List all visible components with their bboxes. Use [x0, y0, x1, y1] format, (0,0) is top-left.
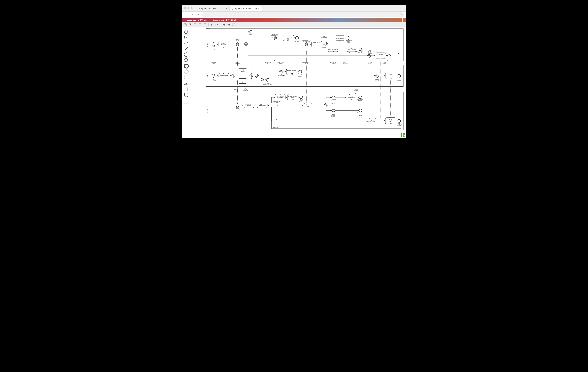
- timer-event[interactable]: [250, 30, 252, 33]
- end-event[interactable]: [266, 78, 269, 81]
- subprocess-icon[interactable]: [183, 80, 189, 86]
- window-controls[interactable]: [182, 7, 195, 9]
- data-store-icon[interactable]: [183, 92, 189, 98]
- svg-text:Approveloss claim: Approveloss claim: [378, 54, 383, 57]
- space-tool-icon[interactable]: [183, 40, 189, 46]
- bpmn-io-badge[interactable]: [400, 133, 405, 137]
- svg-point-124: [403, 135, 405, 137]
- gateway-icon[interactable]: [183, 69, 189, 75]
- end-event[interactable]: [359, 109, 362, 112]
- reload-button[interactable]: ⟳: [196, 13, 200, 16]
- svg-rect-121: [401, 133, 402, 135]
- event-damage-claim-carrier[interactable]: [280, 70, 283, 73]
- start-event-carrier[interactable]: [212, 74, 215, 77]
- svg-text:Damage claimreport received: Damage claimreport received: [271, 34, 279, 36]
- svg-export-icon[interactable]: SVG: [194, 23, 197, 26]
- url-field[interactable]: ☆: [201, 12, 404, 17]
- event-loss-claim-received[interactable]: [368, 54, 371, 57]
- svg-rect-18: [184, 76, 188, 79]
- bpmn-canvas[interactable]: Seller Carrier Customer Freightready tob…: [191, 28, 405, 138]
- svg-text:Lodge damageclaim report: Lodge damageclaim report: [276, 95, 284, 98]
- browser-tab[interactable]: ⬡ Apromore - BPMN Editor ×: [229, 6, 262, 11]
- svg-point-4: [185, 20, 185, 21]
- intermediate-event-icon[interactable]: [183, 58, 189, 63]
- brand-logo-icon: [184, 19, 186, 21]
- svg-text:negativeassessment: negativeassessment: [321, 36, 327, 38]
- close-icon[interactable]: ×: [258, 7, 260, 10]
- svg-text:Merchandise returnrequest rece: Merchandise returnrequest received: [302, 40, 311, 42]
- end-event[interactable]: [299, 70, 302, 73]
- svg-text:Deliverynotice: Deliverynotice: [233, 87, 237, 90]
- back-button[interactable]: ←: [184, 13, 188, 16]
- event-delivery-notification-received[interactable]: [236, 42, 239, 46]
- new-tab-button[interactable]: +: [262, 8, 267, 11]
- brand[interactable]: apromore: [184, 19, 196, 21]
- svg-rect-25: [206, 29, 403, 61]
- pdf-export-icon[interactable]: PDF: [203, 23, 206, 26]
- connect-tool-icon[interactable]: [183, 46, 189, 52]
- task-label: Send rejection: [336, 37, 344, 39]
- end-event-icon[interactable]: [183, 63, 189, 69]
- task-label: Send acceptance: [328, 49, 338, 50]
- timer-event-carrier[interactable]: [261, 78, 264, 81]
- event-label: 5 days: [249, 34, 253, 35]
- breadcrumb-item[interactable]: BPMN Editor: [198, 19, 209, 21]
- event-loss-claim-approval[interactable]: [376, 74, 379, 77]
- svg-rect-123: [401, 135, 402, 137]
- close-icon[interactable]: ×: [226, 7, 227, 10]
- zoom-in-icon[interactable]: [222, 23, 225, 26]
- help-icon[interactable]: ?: [401, 18, 404, 22]
- lasso-tool-icon[interactable]: [183, 35, 189, 40]
- svg-text:Signeddeliverynotification: Signeddeliverynotification: [243, 87, 248, 91]
- start-event-icon[interactable]: [183, 52, 189, 58]
- data-object-icon[interactable]: [183, 86, 189, 92]
- workspace: Seller Carrier Customer Freightready tob…: [182, 27, 406, 138]
- pool-customer[interactable]: Customer: [206, 92, 403, 130]
- svg-text:Acceptancenotification: Acceptancenotification: [330, 62, 336, 64]
- svg-text:Merchandise returnrequest: Merchandise returnrequest: [302, 62, 311, 64]
- end-event[interactable]: [398, 74, 401, 77]
- svg-text:Deliverynotification: Deliverynotification: [235, 62, 240, 64]
- end-event[interactable]: [295, 36, 298, 39]
- fit-screen-icon[interactable]: [232, 23, 235, 26]
- event-rejection-received[interactable]: [331, 109, 335, 112]
- export-icon[interactable]: [199, 23, 201, 26]
- svg-rect-5: [185, 24, 186, 24]
- pool-seller[interactable]: Seller: [206, 29, 403, 61]
- task-icon[interactable]: [183, 75, 189, 80]
- end-event[interactable]: [347, 37, 350, 40]
- end-event[interactable]: [300, 96, 303, 99]
- star-icon[interactable]: ☆: [400, 13, 402, 16]
- event-acceptance-received[interactable]: [331, 96, 335, 99]
- event-label: 5 days: [261, 81, 264, 83]
- svg-text:Damage claimreport: Damage claimreport: [265, 62, 272, 64]
- svg-text:Handleloss claim: Handleloss claim: [388, 74, 393, 77]
- edit-icon[interactable]: [189, 23, 192, 26]
- participant-icon[interactable]: [183, 98, 189, 103]
- end-event[interactable]: [359, 48, 362, 51]
- event-return-request-received[interactable]: [305, 42, 308, 46]
- svg-text:Organizeshipment: Organizeshipment: [221, 43, 226, 45]
- undo-icon[interactable]: [210, 23, 213, 26]
- end-event[interactable]: [359, 96, 362, 99]
- start-event-customer[interactable]: [236, 103, 239, 107]
- svg-text:Damage claimreport: Damage claimreport: [277, 62, 284, 64]
- breadcrumb-item[interactable]: Order-to-cash (BPMN 2.0): [213, 19, 236, 21]
- forward-button[interactable]: →: [190, 13, 194, 16]
- save-icon[interactable]: [184, 23, 187, 26]
- redo-icon[interactable]: [215, 23, 218, 26]
- lane-label: Carrier: [207, 73, 208, 78]
- hand-tool-icon[interactable]: [183, 29, 189, 35]
- end-event[interactable]: [388, 54, 390, 57]
- svg-text:Deliverfreight: Deliverfreight: [241, 79, 245, 82]
- editor-toolbar: SVG PDF: [182, 22, 406, 27]
- brand-text: apromore: [187, 19, 196, 21]
- start-event[interactable]: [212, 42, 215, 46]
- zoom-out-icon[interactable]: [227, 23, 230, 26]
- svg-text:merchandise notas expected: merchandise notas expected: [273, 105, 281, 108]
- svg-point-14: [184, 53, 188, 57]
- end-event[interactable]: [398, 119, 401, 122]
- svg-point-21: [185, 93, 188, 94]
- event-damage-claim-received[interactable]: [273, 36, 277, 40]
- browser-tab[interactable]: ⬡ Apromore - Advanced Process A ×: [196, 6, 229, 11]
